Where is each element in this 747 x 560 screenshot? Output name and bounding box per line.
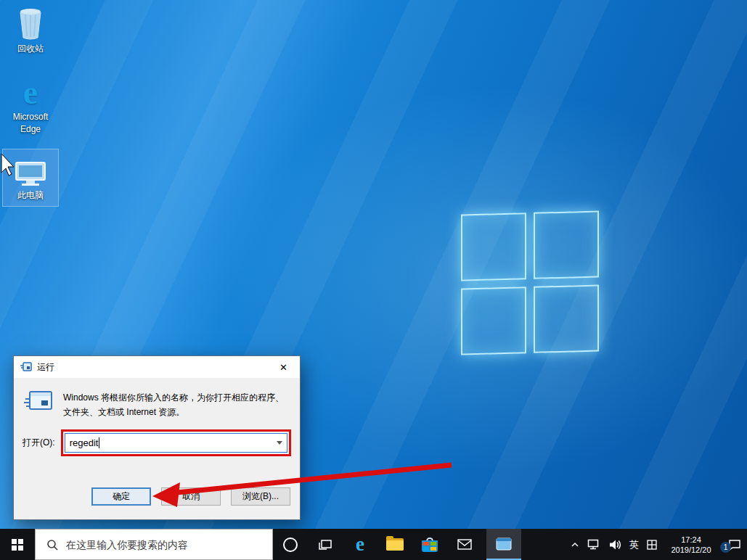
windows-logo-wallpaper	[461, 211, 599, 355]
mail-button[interactable]	[447, 529, 482, 560]
touch-keyboard-button[interactable]	[647, 540, 657, 550]
ime-indicator[interactable]: 英	[629, 538, 639, 551]
run-dialog-titlebar[interactable]: 运行 ✕	[14, 356, 300, 378]
desktop-screen: 回收站 e Microsoft Edge 此电脑 运行 ✕	[0, 0, 747, 560]
clock-date: 2019/12/20	[665, 545, 717, 555]
open-field-label: 打开(O):	[23, 437, 55, 449]
run-program-icon	[24, 390, 53, 412]
task-view-button[interactable]	[308, 529, 343, 560]
system-tray: 英 17:24 2019/12/20 1	[571, 529, 747, 560]
combo-dropdown-button[interactable]	[272, 441, 287, 445]
run-dialog-title: 运行	[37, 361, 54, 374]
chevron-down-icon	[277, 441, 282, 445]
taskbar-edge-button[interactable]: e	[343, 529, 377, 560]
desktop-icon-label: 回收站	[4, 43, 57, 55]
taskbar: e	[0, 529, 747, 560]
desktop-icon-label: Microsoft	[4, 111, 57, 123]
clock-time: 17:24	[665, 535, 717, 545]
file-explorer-button[interactable]	[377, 529, 412, 560]
run-dialog-icon	[20, 362, 32, 372]
keyboard-grid-icon	[647, 540, 657, 550]
speaker-icon	[608, 539, 621, 551]
search-icon	[46, 539, 58, 551]
chevron-up-icon	[571, 542, 579, 548]
windows-logo-pane	[534, 285, 599, 353]
network-monitor-icon	[587, 539, 600, 550]
windows-logo-pane	[461, 213, 526, 281]
cancel-button[interactable]: 取消	[161, 487, 221, 506]
start-button[interactable]	[0, 529, 35, 560]
run-dialog-body: Windows 将根据你所输入的名称，为你打开相应的程序、 文件夹、文档或 In…	[14, 378, 300, 520]
search-input[interactable]	[66, 530, 240, 559]
edge-icon: e	[356, 533, 364, 556]
active-app-button[interactable]	[486, 529, 521, 560]
notification-badge: 1	[720, 542, 731, 553]
store-icon	[422, 538, 438, 552]
run-input-value: regedit	[70, 437, 99, 448]
close-icon[interactable]: ✕	[267, 356, 300, 378]
recycle-bin-icon	[4, 6, 57, 41]
mail-icon	[457, 539, 472, 550]
windows-start-icon	[12, 539, 23, 551]
action-center-button[interactable]: 1	[725, 539, 741, 551]
network-status-button[interactable]	[587, 539, 600, 550]
windows-logo-pane	[461, 287, 526, 355]
desktop-icon-recycle-bin[interactable]: 回收站	[4, 6, 57, 55]
desktop-icon-label: Edge	[4, 123, 57, 136]
windows-logo-pane	[534, 211, 599, 279]
text-cursor	[99, 437, 99, 448]
desktop-icon-this-pc[interactable]: 此电脑	[3, 149, 58, 206]
folder-icon	[386, 538, 404, 551]
run-dialog-description: Windows 将根据你所输入的名称，为你打开相应的程序、 文件夹、文档或 In…	[63, 390, 284, 419]
task-view-icon	[318, 539, 332, 551]
taskbar-clock[interactable]: 17:24 2019/12/20	[665, 535, 717, 555]
active-window-icon	[496, 538, 512, 551]
volume-button[interactable]	[608, 539, 621, 551]
desktop-icon-edge[interactable]: e Microsoft Edge	[4, 74, 57, 136]
edge-icon: e	[4, 74, 57, 109]
run-dialog-window: 运行 ✕ Windows 将根据你所输入的名称，为你打开相应的程序、 文件夹、文…	[13, 355, 301, 520]
tray-expand-button[interactable]	[571, 542, 579, 548]
this-pc-icon	[3, 152, 58, 187]
desktop-icon-label: 此电脑	[3, 189, 58, 202]
cortana-icon	[282, 537, 298, 553]
browse-button[interactable]: 浏览(B)...	[231, 487, 290, 506]
ok-button[interactable]: 确定	[91, 487, 151, 506]
annotation-highlight-box: regedit	[61, 429, 291, 456]
run-open-input[interactable]: regedit	[65, 433, 287, 453]
taskbar-search-box[interactable]	[35, 529, 273, 560]
microsoft-store-button[interactable]	[412, 529, 447, 560]
cortana-button[interactable]	[273, 529, 308, 560]
